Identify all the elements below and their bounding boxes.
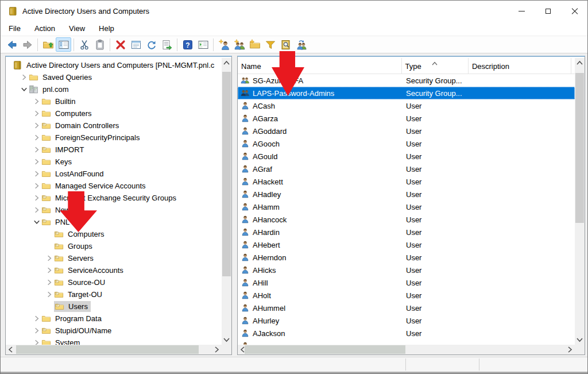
tree-item-microsoft-exchange-security-groups[interactable]: Microsoft Exchange Security Groups: [6, 192, 222, 204]
chevron-right-icon[interactable]: [32, 206, 41, 215]
tree-item-saved-queries[interactable]: Saved Queries: [6, 71, 222, 83]
list-row-sg-azure-mfa[interactable]: SG-Azure-MFASecurity Group...: [238, 74, 575, 87]
list-row-agarza[interactable]: AGarzaUser: [238, 112, 575, 125]
show-console-tree-button[interactable]: [56, 37, 71, 52]
chevron-down-icon[interactable]: [20, 85, 29, 94]
chevron-right-icon[interactable]: [32, 169, 41, 179]
new-ou-button[interactable]: [247, 37, 262, 52]
tree-hscroll-thumb[interactable]: [16, 345, 199, 354]
list-hscroll-thumb[interactable]: [245, 345, 405, 354]
refresh-button[interactable]: [144, 37, 159, 52]
scroll-up-icon[interactable]: [575, 58, 585, 68]
export-list-button[interactable]: [159, 37, 175, 52]
chevron-right-icon[interactable]: [32, 338, 41, 345]
list-row-aholt[interactable]: AHoltUser: [238, 289, 575, 302]
chevron-right-icon[interactable]: [32, 314, 41, 323]
list-vscroll-thumb[interactable]: [575, 73, 584, 223]
tree-item-serviceaccounts[interactable]: ServiceAccounts: [6, 264, 222, 276]
list-row-agould[interactable]: AGouldUser: [238, 150, 575, 163]
minimize-button[interactable]: [508, 1, 535, 21]
tree-vscroll-thumb[interactable]: [222, 72, 231, 276]
column-header-type[interactable]: Type: [402, 58, 469, 74]
list-row-ahummel[interactable]: AHummelUser: [238, 302, 575, 314]
scroll-down-icon[interactable]: [222, 335, 231, 345]
list-row-aherndon[interactable]: AHerndonUser: [238, 251, 575, 264]
chevron-right-icon[interactable]: [45, 266, 54, 275]
tree-item-target-ou[interactable]: Target-OU: [6, 288, 222, 300]
chevron-right-icon[interactable]: [32, 133, 41, 142]
find-objects-button[interactable]: [278, 37, 293, 52]
menu-action[interactable]: Action: [34, 24, 55, 33]
list-row[interactable]: [238, 340, 575, 345]
chevron-right-icon[interactable]: [32, 145, 41, 155]
column-header-name[interactable]: Name: [238, 58, 402, 74]
scroll-right-icon[interactable]: [565, 345, 575, 354]
chevron-right-icon[interactable]: [32, 194, 41, 203]
filter-button[interactable]: [262, 37, 278, 52]
properties-button[interactable]: [128, 37, 144, 52]
menu-file[interactable]: File: [9, 24, 21, 33]
tree-item-lostandfound[interactable]: LostAndFound: [6, 168, 222, 180]
list-row-ahill[interactable]: AHillUser: [238, 276, 575, 289]
tree-item-foreignsecurityprincipals[interactable]: ForeignSecurityPrincipals: [6, 132, 222, 144]
chevron-right-icon[interactable]: [20, 73, 29, 82]
delete-button[interactable]: [113, 37, 128, 52]
scroll-up-icon[interactable]: [222, 58, 231, 68]
close-button[interactable]: [561, 1, 587, 21]
paste-button[interactable]: [92, 37, 107, 52]
chevron-right-icon[interactable]: [45, 254, 54, 263]
tree-item-import[interactable]: IMPORT: [6, 144, 222, 156]
tree-item-source-ou[interactable]: Source-OU: [6, 276, 222, 288]
chevron-right-icon[interactable]: [32, 97, 41, 106]
list-row-agraf[interactable]: AGrafUser: [238, 163, 575, 175]
list-row-ahancock[interactable]: AHancockUser: [238, 213, 575, 226]
chevron-right-icon[interactable]: [32, 109, 41, 118]
list-row-ahebert[interactable]: AHebertUser: [238, 238, 575, 251]
tree-item-new[interactable]: New: [6, 204, 222, 216]
chevron-down-icon[interactable]: [32, 218, 41, 227]
list-horizontal-scrollbar[interactable]: [238, 345, 575, 354]
chevron-right-icon[interactable]: [32, 157, 41, 167]
chevron-right-icon[interactable]: [32, 326, 41, 336]
back-button[interactable]: [4, 37, 20, 52]
tree-vertical-scrollbar[interactable]: [222, 58, 231, 345]
tree-item-builtin[interactable]: Builtin: [6, 95, 222, 107]
tree-horizontal-scrollbar[interactable]: [6, 345, 222, 354]
list-row-agooch[interactable]: AGoochUser: [238, 137, 575, 150]
tree-item-pnl-com[interactable]: pnl.com: [6, 83, 222, 95]
tree-item-active-directory-users-and-computers-pnl-mgmt-pnl-c[interactable]: Active Directory Users and Computers [PN…: [6, 59, 222, 71]
list-row-ahurley[interactable]: AHurleyUser: [238, 314, 575, 327]
scroll-right-icon[interactable]: [212, 345, 222, 354]
new-group-button[interactable]: [231, 37, 247, 52]
cut-button[interactable]: [76, 37, 92, 52]
help-button[interactable]: ?: [180, 37, 195, 52]
new-user-button[interactable]: [216, 37, 231, 52]
chevron-right-icon[interactable]: [45, 290, 54, 299]
tree-item-users[interactable]: Users: [6, 300, 222, 313]
menu-view[interactable]: View: [69, 24, 85, 33]
list-vertical-scrollbar[interactable]: [575, 58, 585, 345]
tree-item-managed-service-accounts[interactable]: Managed Service Accounts: [6, 180, 222, 192]
list-row-ahackett[interactable]: AHackettUser: [238, 175, 575, 188]
list-row-laps-password-admins[interactable]: LAPS-Password-AdminsSecurity Group...: [238, 87, 575, 99]
tree-item-pnl[interactable]: PNL: [6, 216, 222, 228]
chevron-right-icon[interactable]: [32, 121, 41, 130]
tree-item-stupid-ou-name[interactable]: Stupid/OU/Name: [6, 325, 222, 337]
list-row-ahicks[interactable]: AHicksUser: [238, 264, 575, 276]
tree-item-groups[interactable]: Groups: [6, 240, 222, 252]
tree-item-keys[interactable]: Keys: [6, 156, 222, 168]
tree-item-computers[interactable]: Computers: [6, 228, 222, 240]
tree-item-system[interactable]: System: [6, 337, 222, 345]
list-row-ajackson[interactable]: AJacksonUser: [238, 327, 575, 340]
chevron-right-icon[interactable]: [45, 278, 54, 287]
set-membership-button[interactable]: [293, 37, 309, 52]
new-window-button[interactable]: [195, 37, 211, 52]
forward-button[interactable]: [20, 37, 35, 52]
chevron-right-icon[interactable]: [32, 182, 41, 191]
tree-item-domain-controllers[interactable]: Domain Controllers: [6, 119, 222, 132]
tree-item-program-data[interactable]: Program Data: [6, 313, 222, 325]
scroll-left-icon[interactable]: [6, 345, 16, 354]
column-header-description[interactable]: Description: [469, 58, 571, 74]
list-row-agoddard[interactable]: AGoddardUser: [238, 125, 575, 137]
list-row-acash[interactable]: ACashUser: [238, 99, 575, 112]
